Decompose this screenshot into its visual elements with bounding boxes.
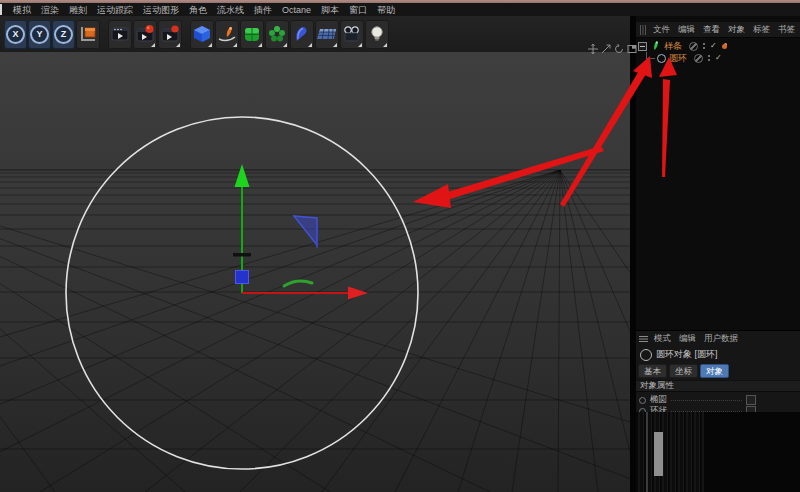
menu-plugins[interactable]: 插件 (249, 4, 277, 16)
pan-icon[interactable] (588, 44, 598, 54)
dotted-leader (671, 399, 742, 401)
circle-spline-object-icon (657, 54, 666, 63)
y-axis-icon: Y (30, 25, 49, 44)
ui-dark-region (704, 412, 800, 492)
object-manager-menubar: 文件 编辑 查看 对象 标签 书签 (636, 22, 800, 38)
deformers-button[interactable] (290, 20, 314, 49)
dropdown-indicator (358, 43, 362, 47)
hierarchy-branch (646, 52, 655, 59)
ellipse-checkbox[interactable] (746, 395, 756, 405)
layer-icon[interactable] (694, 54, 703, 63)
visibility-dots-icon[interactable] (708, 55, 710, 57)
corner-red-mark (792, 1, 800, 11)
menu-script[interactable]: 脚本 (316, 4, 344, 16)
ui-stripe-artifact (654, 432, 663, 476)
dropdown-indicator (208, 43, 212, 47)
fold-icon[interactable] (638, 42, 647, 51)
dropdown-indicator (233, 43, 237, 47)
menu-pipeline[interactable]: 流水线 (212, 4, 249, 16)
om-menu-edit[interactable]: 编辑 (674, 24, 699, 36)
axis-lock-y-button[interactable]: Y (28, 20, 51, 49)
menu-character[interactable]: 角色 (184, 4, 212, 16)
om-menu-file[interactable]: 文件 (649, 24, 674, 36)
bend-deformer-icon (292, 24, 312, 44)
camera-icon (342, 24, 362, 44)
ui-stripe-artifact (646, 412, 648, 492)
rotate-icon[interactable] (614, 44, 624, 54)
main-menubar: 模拟 渲染 雕刻 运动跟踪 运动图形 角色 流水线 插件 Octane 脚本 窗… (0, 3, 800, 17)
om-menu-view[interactable]: 查看 (699, 24, 724, 36)
enable-check-icon[interactable]: ✓ (715, 54, 722, 62)
panel-grip-icon[interactable] (639, 25, 647, 35)
om-menu-tags[interactable]: 标签 (749, 24, 774, 36)
section-title: 对象属性 (640, 380, 674, 392)
add-cube-button[interactable] (190, 20, 214, 49)
menubar-grip[interactable] (0, 4, 2, 15)
camera-button[interactable] (340, 20, 364, 49)
dropdown-indicator (258, 43, 262, 47)
floor-icon (316, 24, 338, 44)
main-toolbar: X Y Z (0, 16, 632, 52)
menu-window[interactable]: 窗口 (344, 4, 372, 16)
object-name[interactable]: 圆环 (669, 52, 687, 65)
tab-object[interactable]: 对象 (700, 364, 729, 378)
menu-help[interactable]: 帮助 (372, 4, 400, 16)
menu-octane[interactable]: Octane (277, 4, 316, 16)
coordinate-system-icon (78, 24, 98, 44)
object-row-spline[interactable]: 样条 ✓ (638, 40, 727, 52)
render-view-button[interactable] (108, 20, 132, 49)
perspective-viewport[interactable] (0, 52, 630, 492)
viewport-nav-controls (588, 44, 637, 54)
modeling-generators-button[interactable] (265, 20, 289, 49)
environment-floor-button[interactable] (315, 20, 339, 49)
menu-render[interactable]: 渲染 (36, 4, 64, 16)
visibility-dots-icon[interactable] (703, 43, 705, 45)
render-picture-viewer-button[interactable] (133, 20, 157, 49)
layer-icon[interactable] (689, 42, 698, 51)
dropdown-indicator (333, 43, 337, 47)
am-menu-mode[interactable]: 模式 (650, 333, 675, 345)
am-menu-edit[interactable]: 编辑 (675, 333, 700, 345)
menu-simulate[interactable]: 模拟 (8, 4, 36, 16)
keyframe-dot-icon[interactable] (639, 397, 646, 404)
light-bulb-icon (367, 24, 387, 44)
enable-check-icon[interactable]: ✓ (710, 42, 717, 50)
toggle-view-icon[interactable] (627, 44, 637, 54)
hamburger-icon[interactable] (639, 335, 648, 343)
axis-tick (233, 253, 251, 257)
spline-pen-button[interactable] (215, 20, 239, 49)
phong-tag-icon[interactable] (722, 44, 727, 49)
axis-lock-z-button[interactable]: Z (52, 20, 75, 49)
subdivision-surface-button[interactable] (240, 20, 264, 49)
spline-pen-icon (217, 24, 237, 44)
cube-icon (192, 24, 212, 44)
axis-lock-x-button[interactable]: X (4, 20, 27, 49)
am-menu-userdata[interactable]: 用户数据 (700, 333, 742, 345)
menu-mograph[interactable]: 运动图形 (138, 4, 184, 16)
object-row-circle[interactable]: 圆环 ✓ (644, 52, 722, 64)
om-menu-bookmarks[interactable]: 书签 (774, 24, 799, 36)
menu-motion-tracker[interactable]: 运动跟踪 (92, 4, 138, 16)
zoom-icon[interactable] (601, 44, 611, 54)
am-object-title: 圆环对象 [圆环] (656, 348, 718, 361)
render-picture-viewer-icon (135, 24, 155, 44)
dropdown-indicator (151, 43, 155, 47)
om-menu-objects[interactable]: 对象 (724, 24, 749, 36)
render-settings-button[interactable] (158, 20, 182, 49)
menu-sculpt[interactable]: 雕刻 (64, 4, 92, 16)
spline-pen-object-icon (650, 40, 661, 52)
z-axis-handle[interactable] (236, 271, 249, 284)
viewport-canvas (0, 52, 630, 492)
render-view-icon (110, 24, 130, 44)
array-generator-icon (267, 24, 287, 44)
dropdown-indicator (383, 43, 387, 47)
tab-basic[interactable]: 基本 (638, 364, 667, 378)
attribute-manager-menubar: 模式 编辑 用户数据 (636, 332, 800, 346)
coordinate-system-button[interactable] (76, 20, 100, 49)
dropdown-indicator (283, 43, 287, 47)
tab-coordinates[interactable]: 坐标 (669, 364, 698, 378)
z-axis-icon: Z (54, 25, 73, 44)
render-settings-icon (160, 24, 180, 44)
light-button[interactable] (365, 20, 389, 49)
x-axis-icon: X (6, 25, 25, 44)
